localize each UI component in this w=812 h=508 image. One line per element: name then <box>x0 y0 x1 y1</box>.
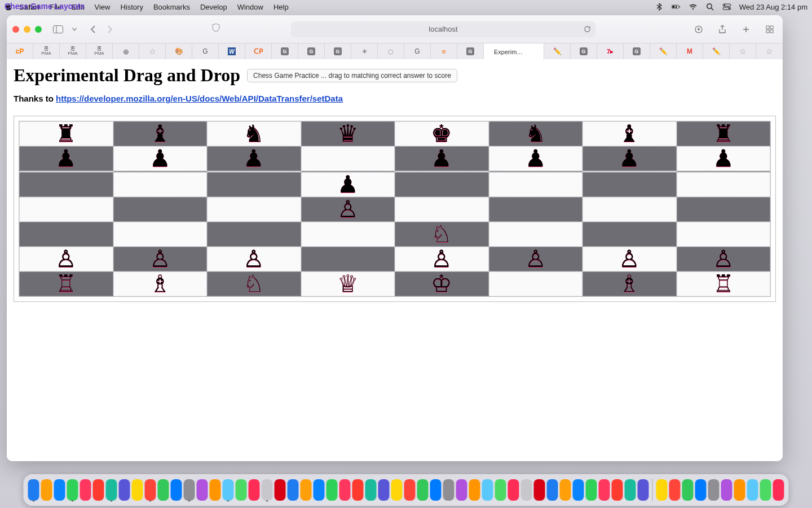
tab-overview-button[interactable] <box>762 23 777 36</box>
dock-app[interactable] <box>495 479 506 501</box>
board-square[interactable]: ♟ <box>582 146 677 171</box>
tab-pencil-3[interactable]: ✏️ <box>703 43 730 59</box>
board-square[interactable]: ♙ <box>19 247 113 271</box>
board-square[interactable]: ♔ <box>395 271 489 296</box>
dock-app[interactable] <box>93 479 104 501</box>
dock-app[interactable] <box>638 479 649 501</box>
board-square[interactable]: ♙ <box>489 247 583 271</box>
board-square[interactable]: ♘ <box>395 222 489 247</box>
tab-g-2[interactable]: G <box>272 43 298 59</box>
dock-app[interactable] <box>378 479 390 501</box>
dock-app[interactable] <box>132 479 143 501</box>
dock-app[interactable] <box>301 479 312 501</box>
dock-app[interactable] <box>275 479 286 501</box>
dock-app[interactable] <box>417 479 429 501</box>
tab-pma-2[interactable]: 🗄PMA <box>60 43 86 59</box>
dock-app[interactable] <box>365 479 377 501</box>
dock-app[interactable] <box>28 479 39 501</box>
board-square[interactable] <box>19 222 113 247</box>
dock-app[interactable] <box>404 479 416 501</box>
board-square[interactable] <box>19 172 113 197</box>
tab-pma-3[interactable]: 🗄PMA <box>86 43 113 59</box>
dock-app[interactable] <box>119 479 130 501</box>
board-square[interactable] <box>19 197 113 222</box>
sidebar-dropdown-button[interactable] <box>71 23 78 36</box>
dock-app[interactable] <box>223 479 234 501</box>
menubar-item[interactable]: Bookmarks <box>153 3 190 11</box>
dock-app[interactable] <box>158 479 169 501</box>
dock-app[interactable] <box>695 479 707 501</box>
board-square[interactable]: ♛ <box>301 121 395 146</box>
board-square[interactable] <box>395 197 489 222</box>
dock-app[interactable] <box>708 479 720 501</box>
dock-app[interactable] <box>573 479 584 501</box>
board-square[interactable] <box>582 197 677 222</box>
dock-app[interactable] <box>54 479 65 501</box>
dock-app[interactable] <box>430 479 442 501</box>
dock-app[interactable] <box>145 479 156 501</box>
close-window-button[interactable] <box>12 26 19 33</box>
bluetooth-icon[interactable] <box>655 2 664 11</box>
menubar-item[interactable]: Window <box>237 3 263 11</box>
tab-active[interactable]: Experim… <box>484 43 544 59</box>
board-square[interactable]: ♟ <box>301 172 395 197</box>
board-square[interactable]: ♜ <box>677 121 771 146</box>
dock-app[interactable] <box>560 479 571 501</box>
new-tab-button[interactable] <box>739 23 753 36</box>
tab-loading[interactable]: ◌ <box>378 43 404 59</box>
menubar-clock[interactable]: Wed 23 Aug 2:14 pm <box>739 3 807 11</box>
board-square[interactable] <box>301 222 395 247</box>
board-square[interactable]: ♟ <box>677 146 771 171</box>
instructions-pill[interactable]: Chess Game Practice ... drag to matching… <box>247 69 457 82</box>
dock-app[interactable] <box>482 479 493 501</box>
dock-app[interactable] <box>508 479 519 501</box>
share-button[interactable] <box>715 23 730 36</box>
dock-app[interactable] <box>184 479 195 501</box>
tab-7plus[interactable]: 7▸ <box>597 43 624 59</box>
tab-gmail[interactable]: M <box>677 43 703 59</box>
dock-app[interactable] <box>391 479 403 501</box>
board-square[interactable] <box>207 222 301 247</box>
dock-app[interactable] <box>326 479 338 501</box>
menubar-item[interactable]: Help <box>273 3 289 11</box>
board-square[interactable] <box>582 222 677 247</box>
dock-app[interactable] <box>443 479 454 501</box>
dock-app[interactable] <box>682 479 694 501</box>
board-square[interactable]: ♞ <box>489 121 583 146</box>
dock-app[interactable] <box>760 479 771 501</box>
dock-app[interactable] <box>612 479 623 501</box>
board-square[interactable]: ♞ <box>207 121 301 146</box>
board-square[interactable] <box>677 172 771 197</box>
board-square[interactable] <box>489 197 583 222</box>
tab-word[interactable]: W <box>219 43 245 59</box>
board-square[interactable] <box>207 197 301 222</box>
dock-app[interactable] <box>456 479 467 501</box>
tab-pencil-1[interactable]: ✏️ <box>544 43 571 59</box>
dock-app[interactable] <box>288 479 299 501</box>
dock-app[interactable] <box>534 479 545 501</box>
board-square[interactable]: ♗ <box>582 271 677 296</box>
dock-app[interactable] <box>586 479 597 501</box>
tab-starred[interactable]: ☆ <box>139 43 166 59</box>
board-square[interactable]: ♙ <box>582 247 677 271</box>
board-square[interactable] <box>113 172 208 197</box>
dock-app[interactable] <box>547 479 558 501</box>
menubar-item[interactable]: View <box>95 3 111 11</box>
tab-stackoverflow[interactable]: ≡ <box>431 43 457 59</box>
dock-app[interactable] <box>734 479 745 501</box>
board-square[interactable]: ♟ <box>489 146 583 171</box>
board-square[interactable]: ♟ <box>395 146 489 171</box>
board-square[interactable]: ♙ <box>207 247 301 271</box>
tab-google-1[interactable]: G <box>192 43 219 59</box>
zoom-window-button[interactable] <box>35 26 42 33</box>
privacy-shield-icon[interactable] <box>209 21 223 34</box>
spotlight-icon[interactable] <box>705 2 714 11</box>
board-square[interactable]: ♘ <box>207 271 301 296</box>
board-square[interactable]: ♟ <box>207 146 301 171</box>
tab-g-3[interactable]: G <box>298 43 325 59</box>
board-square[interactable] <box>113 197 208 222</box>
dock-app[interactable] <box>352 479 364 501</box>
board-square[interactable] <box>207 172 301 197</box>
wifi-icon[interactable] <box>689 2 698 11</box>
dock-app[interactable] <box>236 479 247 501</box>
